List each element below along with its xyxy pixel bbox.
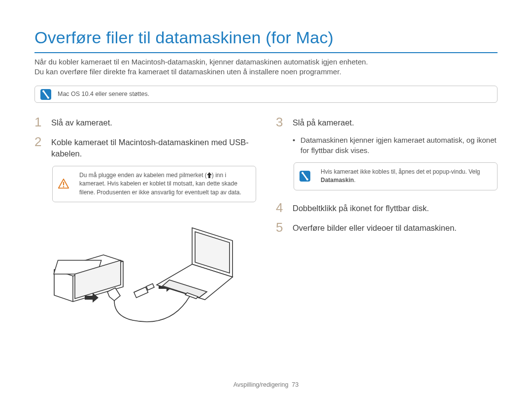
page-title: Overføre filer til datamaskinen (for Mac… xyxy=(34,27,498,53)
step-5: 5 Overføre bilder eller videoer til data… xyxy=(276,221,498,234)
svg-rect-3 xyxy=(63,182,64,185)
svg-point-4 xyxy=(63,186,65,187)
step-3-text: Slå på kameraet. xyxy=(293,116,354,128)
step-3-number: 3 xyxy=(276,116,287,128)
step-4-text: Dobbeltklikk på ikonet for flyttbar disk… xyxy=(293,201,429,214)
svg-rect-9 xyxy=(301,172,303,174)
page-footer: Avspilling/redigering 73 xyxy=(0,381,532,389)
info-pre: Hvis kameraet ikke kobles til, åpnes det… xyxy=(321,168,480,175)
step-4: 4 Dobbeltklikk på ikonet for flyttbar di… xyxy=(276,201,498,214)
step-4-number: 4 xyxy=(276,201,287,214)
step-1: 1 Slå av kameraet. xyxy=(34,116,256,128)
intro-line-1: Når du kobler kameraet til en Macintosh-… xyxy=(34,57,498,67)
mac-os-note: Mac OS 10.4 eller senere støttes. xyxy=(34,86,498,103)
popup-info-text: Hvis kameraet ikke kobles til, åpnes det… xyxy=(321,168,480,184)
step-1-text: Slå av kameraet. xyxy=(51,116,112,128)
right-column: 3 Slå på kameraet. • Datamaskinen kjenne… xyxy=(276,116,498,329)
step-3-bullet: • Datamaskinen kjenner igjen kameraet au… xyxy=(276,135,498,155)
svg-rect-2 xyxy=(47,96,49,98)
bullet-dot-icon: • xyxy=(293,135,297,155)
intro-block: Når du kobler kameraet til en Macintosh-… xyxy=(34,57,498,77)
cable-warning-box: Du må plugge enden av kabelen med pilmer… xyxy=(52,166,256,202)
svg-rect-6 xyxy=(134,287,148,298)
step-2-number: 2 xyxy=(34,135,45,159)
step-2: 2 Koble kameraet til Macintosh-datamaski… xyxy=(34,135,256,159)
columns: 1 Slå av kameraet. 2 Koble kameraet til … xyxy=(34,116,498,329)
info-bold: Datamaskin xyxy=(321,177,354,184)
popup-info-box: Hvis kameraet ikke kobles til, åpnes det… xyxy=(294,162,498,190)
cable-warning-text: Du må plugge enden av kabelen med pilmer… xyxy=(79,172,241,196)
step-3-bullet-text: Datamaskinen kjenner igjen kameraet auto… xyxy=(300,135,498,155)
footer-section: Avspilling/redigering xyxy=(233,381,289,388)
step-5-text: Overføre bilder eller videoer til datama… xyxy=(293,221,457,234)
info-after: . xyxy=(354,177,355,184)
step-5-number: 5 xyxy=(276,221,287,234)
svg-rect-1 xyxy=(42,90,44,92)
arrow-up-icon xyxy=(207,172,212,178)
info-square-icon xyxy=(299,170,311,182)
usb-connection-illustration xyxy=(49,213,256,329)
step-1-number: 1 xyxy=(34,116,45,128)
svg-rect-10 xyxy=(306,179,308,181)
info-square-icon xyxy=(40,89,52,100)
svg-rect-7 xyxy=(146,283,154,290)
left-column: 1 Slå av kameraet. 2 Koble kameraet til … xyxy=(34,116,256,329)
warn-pre: Du må plugge enden av kabelen med pilmer… xyxy=(79,172,207,179)
intro-line-2: Du kan overføre filer direkte fra kamera… xyxy=(34,67,498,77)
step-3: 3 Slå på kameraet. xyxy=(276,116,498,128)
warning-triangle-icon xyxy=(58,178,69,190)
footer-page-number: 73 xyxy=(292,381,299,388)
mac-os-note-text: Mac OS 10.4 eller senere støttes. xyxy=(58,90,149,98)
step-2-text: Koble kameraet til Macintosh-datamaskine… xyxy=(51,135,256,159)
